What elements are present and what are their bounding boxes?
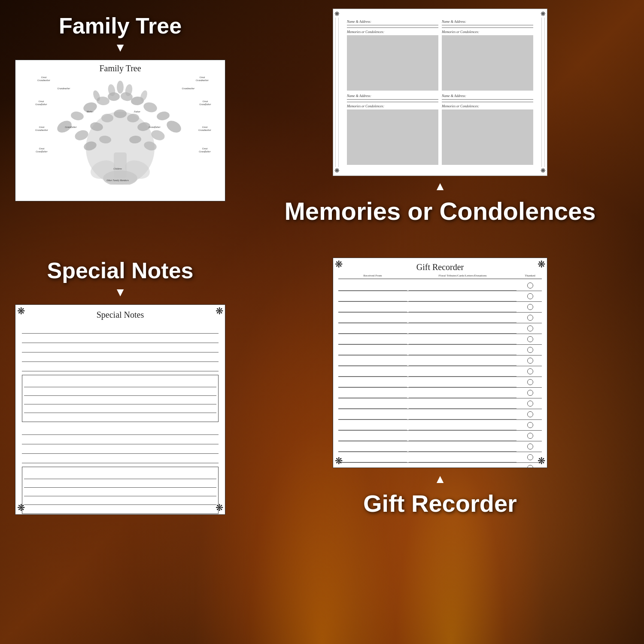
sn-box-2-line-1 <box>24 471 216 479</box>
memory-cell-3: Name & Address: Memories or Condolences: <box>347 94 438 165</box>
gift-row-13 <box>338 409 542 420</box>
gift-checkbox-6[interactable] <box>527 336 533 342</box>
gift-checkbox-11[interactable] <box>527 390 533 396</box>
sn-box-1-line-3 <box>24 396 216 404</box>
corner-tl: ❋ <box>334 10 340 18</box>
gift-card-title: Gift Recorder <box>338 262 542 272</box>
sn-card-title: Special Notes <box>22 310 219 320</box>
label-other-family: Other Family Members <box>85 179 150 182</box>
gift-row-9 <box>338 366 542 377</box>
memory-condolences-label-3: Memories or Condolences: <box>347 104 438 108</box>
gift-row-15 <box>338 431 542 441</box>
gift-checkbox-16[interactable] <box>527 444 533 450</box>
sn-box-2-lines <box>22 467 218 507</box>
label-great-grandmother-4: GreatGrandmother <box>196 126 214 131</box>
gift-row-8 <box>338 355 542 366</box>
gift-checkbox-5[interactable] <box>527 325 533 331</box>
gift-checkbox-2[interactable] <box>527 293 533 299</box>
gift-checkbox-4[interactable] <box>527 315 533 321</box>
label-great-grandmother-1: GreatGrandmother <box>35 76 52 82</box>
sn-line-3 <box>22 343 219 352</box>
memory-name-line-1b <box>347 27 438 28</box>
gift-row-14 <box>338 420 542 431</box>
sn-box-2-line-3 <box>24 488 216 496</box>
memories-grid: Name & Address: Memories or Condolences:… <box>338 13 542 171</box>
gift-checkbox-1[interactable] <box>527 283 533 289</box>
corner-bl: ❋ <box>334 167 340 174</box>
gift-checkbox-18[interactable] <box>527 465 533 468</box>
memory-name-label-1: Name & Address: <box>347 20 438 24</box>
svg-point-12 <box>143 101 158 114</box>
gift-checkbox-8[interactable] <box>527 358 533 364</box>
corner-tr: ❋ <box>541 10 546 18</box>
memories-card: ❋ ❋ ❋ ❋ Name & Address: Memories or Cond… <box>333 9 547 176</box>
memory-box-3 <box>347 109 438 165</box>
sn-line-7 <box>22 435 219 444</box>
sn-line-8 <box>22 444 219 454</box>
memories-arrow: ▲ <box>434 179 446 193</box>
sn-box-1-lines <box>22 375 218 415</box>
gift-row-18 <box>338 463 542 468</box>
special-notes-section: Special Notes ▼ ❋ ❋ ❋ ❋ Special Notes <box>0 249 240 644</box>
gift-row-5 <box>338 323 542 334</box>
memories-title-area: ▲ Memories or Condolences <box>284 179 595 225</box>
sn-box-2 <box>22 467 219 514</box>
label-grandfather-2: Grandfather <box>146 126 164 129</box>
right-border-decor <box>541 18 545 167</box>
sn-line-4 <box>22 352 219 362</box>
memory-box-1 <box>347 35 438 91</box>
special-notes-card: ❋ ❋ ❋ ❋ Special Notes <box>15 304 225 515</box>
family-tree-card: Family Tree <box>15 60 225 201</box>
gift-checkbox-15[interactable] <box>527 433 533 439</box>
gift-checkbox-14[interactable] <box>527 422 533 428</box>
label-grandmother-1: Grandmother <box>54 87 73 90</box>
gift-checkbox-7[interactable] <box>527 347 533 353</box>
memory-name-line-4b <box>442 102 533 102</box>
gift-row-6 <box>338 334 542 345</box>
family-tree-title: Family Tree <box>59 13 182 39</box>
gift-checkbox-3[interactable] <box>527 304 533 310</box>
gr-corner-bl: ❋ <box>335 456 343 466</box>
main-layout: Family Tree ▼ Family Tree <box>0 0 644 644</box>
memory-name-line-3b <box>347 102 438 102</box>
gift-row-16 <box>338 441 542 452</box>
label-great-grandmother-2: GreatGrandmother <box>194 76 211 82</box>
family-tree-diagram: GreatGrandmother GreatGrandmother Grandm… <box>19 75 222 187</box>
sn-box-1 <box>22 375 219 422</box>
gift-row-17 <box>338 452 542 463</box>
sn-line-5 <box>22 362 219 371</box>
gift-col-thanked: Thanked <box>518 274 542 277</box>
memory-cell-4: Name & Address: Memories or Condolences: <box>442 94 533 165</box>
sn-lines-bottom <box>22 425 219 463</box>
gift-recorder-card: ❋ ❋ ❋ ❋ Gift Recorder Received From Flor… <box>333 258 547 468</box>
gift-row-1 <box>338 280 542 291</box>
gift-row-2 <box>338 291 542 302</box>
memory-name-label-4: Name & Address: <box>442 94 533 98</box>
gift-row-7 <box>338 345 542 355</box>
gift-row-11 <box>338 388 542 398</box>
sn-corner-tr: ❋ <box>216 307 223 316</box>
label-great-grandfather-4: GreatGrandfather <box>196 147 214 153</box>
sn-box-2-line-4 <box>24 496 216 505</box>
label-mother: Mother <box>82 110 97 113</box>
memory-name-label-2: Name & Address: <box>442 20 533 24</box>
gift-checkbox-12[interactable] <box>527 401 533 407</box>
gift-arrow: ▲ <box>434 472 446 486</box>
svg-point-14 <box>164 118 183 135</box>
memory-condolences-label-2: Memories or Condolences: <box>442 30 533 34</box>
gr-corner-br: ❋ <box>538 456 545 466</box>
special-notes-title: Special Notes <box>47 258 193 283</box>
svg-point-13 <box>156 111 170 122</box>
sn-box-2-line-2 <box>24 479 216 488</box>
gift-checkbox-17[interactable] <box>527 454 533 460</box>
memory-name-line-4 <box>442 99 533 100</box>
family-tree-section: Family Tree ▼ Family Tree <box>0 0 240 249</box>
gift-checkbox-9[interactable] <box>527 368 533 374</box>
label-father: Father <box>130 110 145 113</box>
gift-checkbox-10[interactable] <box>527 379 533 385</box>
gr-corner-tl: ❋ <box>335 260 343 269</box>
sn-box-1-line-4 <box>24 404 216 413</box>
gift-checkbox-13[interactable] <box>527 411 533 417</box>
sn-line-6 <box>22 425 219 435</box>
sn-box-1-line-2 <box>24 387 216 396</box>
